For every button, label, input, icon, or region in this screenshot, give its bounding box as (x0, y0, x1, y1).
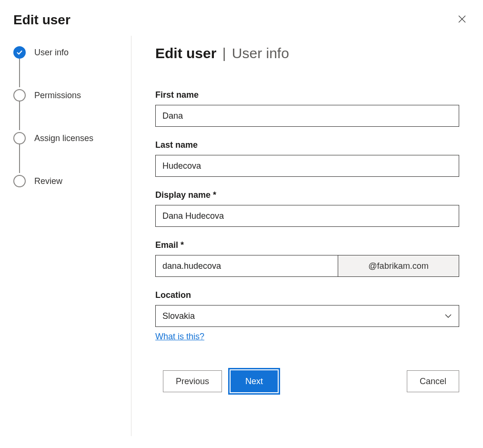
step-user-info[interactable]: User info (13, 45, 131, 60)
dialog-header: Edit user (0, 0, 483, 36)
step-label: Permissions (34, 91, 81, 101)
cancel-button[interactable]: Cancel (407, 370, 459, 392)
location-group: Location Slovakia What is this? (155, 290, 459, 342)
button-row: Previous Next Cancel (155, 370, 459, 392)
close-button[interactable] (454, 11, 470, 28)
step-permissions[interactable]: Permissions (13, 88, 131, 102)
email-group: Email * @fabrikam.com (155, 240, 459, 277)
step-indicator (13, 89, 26, 102)
previous-button[interactable]: Previous (163, 370, 222, 392)
last-name-label: Last name (155, 140, 459, 150)
first-name-label: First name (155, 90, 459, 100)
email-label: Email * (155, 240, 459, 250)
display-name-input[interactable] (155, 205, 459, 227)
next-button[interactable]: Next (231, 370, 278, 392)
email-local-input[interactable] (155, 255, 338, 277)
step-assign-licenses[interactable]: Assign licenses (13, 131, 131, 145)
display-name-group: Display name * (155, 190, 459, 227)
dialog-title: Edit user (13, 12, 70, 28)
step-label: User info (34, 48, 69, 58)
step-review[interactable]: Review (13, 174, 131, 188)
location-select[interactable]: Slovakia (155, 305, 459, 327)
heading-bold: Edit user (155, 45, 216, 61)
first-name-input[interactable] (155, 105, 459, 127)
heading-section: User info (232, 45, 289, 61)
main-panel: Edit user | User info First name Last na… (131, 36, 483, 436)
step-connector (19, 144, 20, 173)
location-help-link[interactable]: What is this? (155, 332, 204, 342)
page-heading: Edit user | User info (155, 45, 459, 61)
display-name-label: Display name * (155, 190, 459, 200)
first-name-group: First name (155, 90, 459, 127)
close-icon (457, 14, 467, 24)
email-domain: @fabrikam.com (338, 255, 459, 277)
step-indicator (13, 132, 26, 144)
step-indicator-active (13, 46, 26, 59)
location-label: Location (155, 290, 459, 300)
step-connector (19, 102, 20, 130)
step-connector (19, 59, 20, 87)
wizard-steps: User info Permissions Assign licenses Re… (13, 36, 131, 436)
check-icon (16, 49, 23, 56)
last-name-input[interactable] (155, 155, 459, 177)
last-name-group: Last name (155, 140, 459, 177)
step-label: Assign licenses (34, 133, 93, 143)
step-label: Review (34, 176, 62, 186)
step-indicator (13, 175, 26, 187)
